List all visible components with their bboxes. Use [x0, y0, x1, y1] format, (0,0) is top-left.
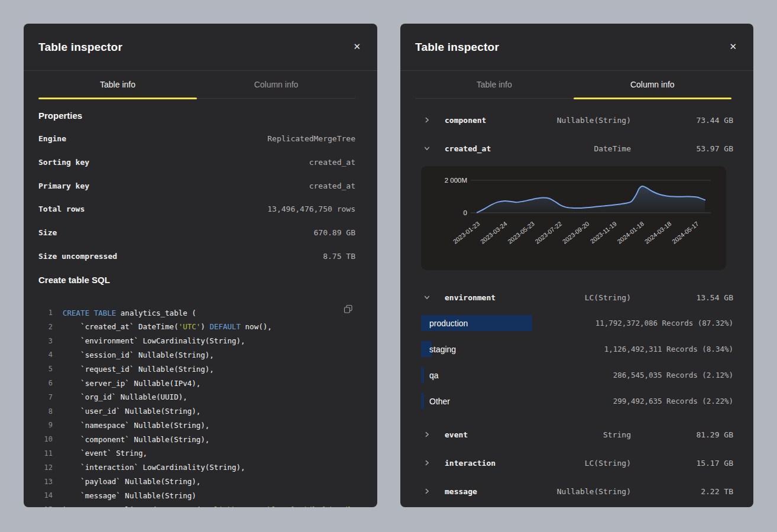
- sql-line: 5 `request_id` Nullable(String),: [38, 362, 355, 376]
- properties-list: EngineReplicatedMergeTreeSorting keycrea…: [38, 127, 355, 268]
- sql-line-number: 5: [38, 365, 53, 373]
- sql-code-text: `component` Nullable(String),: [63, 435, 209, 444]
- chevron-right-icon[interactable]: [424, 488, 438, 494]
- sql-line: 9 `namespace` Nullable(String),: [38, 419, 355, 433]
- column-row-component[interactable]: componentNullable(String)73.44 GB: [424, 106, 733, 134]
- env-value-records: 286,545,035 Records (2.12%): [613, 371, 733, 379]
- env-value-records: 299,492,635 Records (2.22%): [613, 397, 733, 406]
- column-name: message: [445, 487, 535, 496]
- axis-tick-label: 2023-11-19: [589, 220, 618, 245]
- sql-line-number: 4: [38, 351, 53, 359]
- axis-tick-label: 2 000M: [445, 177, 467, 184]
- created-at-chart-card: 2 000M02023-01-232023-03-242023-05-23202…: [421, 166, 726, 270]
- env-value-records: 11,792,372,086 Records (87.32%): [595, 319, 733, 327]
- column-row-event[interactable]: eventString81.29 GB: [424, 420, 733, 449]
- axis-tick-label: 2024-05-17: [671, 220, 700, 245]
- column-row-environment[interactable]: environmentLC(String)13.54 GB: [424, 283, 733, 312]
- sql-line: 7 `org_id` Nullable(UUID),: [38, 390, 355, 404]
- modal-title: Table inspector: [415, 41, 499, 54]
- sql-code-text: `created_at` DateTime('UTC') DEFAULT now…: [63, 322, 272, 331]
- sql-code-text: `org_id` Nullable(UUID),: [63, 392, 187, 401]
- property-row: EngineReplicatedMergeTree: [38, 127, 355, 151]
- environment-values-group: production11,792,372,086 Records (87.32%…: [424, 315, 733, 409]
- sql-code-text: `interaction` LowCardinality(String),: [63, 463, 245, 472]
- tab-column-info[interactable]: Column info: [574, 71, 732, 98]
- sql-code-text: `namespace` Nullable(String),: [63, 421, 209, 430]
- modal-header: Table inspector ✕: [24, 24, 377, 71]
- axis-tick-label: 2023-07-22: [533, 220, 563, 245]
- column-name: environment: [445, 293, 535, 302]
- sql-line: 11 `event` String,: [38, 446, 355, 460]
- column-size: 53.97 GB: [631, 144, 733, 153]
- env-value-label: production: [429, 319, 468, 328]
- property-value: created_at: [309, 181, 355, 190]
- column-row-interaction[interactable]: interactionLC(String)15.17 GB: [424, 449, 733, 477]
- sql-line: 6 `server_ip` Nullable(IPv4),: [38, 376, 355, 390]
- tab-table-info[interactable]: Table info: [415, 71, 574, 98]
- property-row: Sorting keycreated_at: [38, 151, 355, 174]
- table-inspector-modal-table-info: Table inspector ✕ Table info Column info…: [24, 24, 377, 507]
- column-size: 13.54 GB: [631, 293, 733, 302]
- sql-lines: 1CREATE TABLE analytics_table (2 `create…: [38, 306, 355, 507]
- axis-tick-label: 2024-03-18: [643, 220, 673, 245]
- close-icon[interactable]: ✕: [727, 40, 739, 54]
- create-table-sql-code: 1CREATE TABLE analytics_table (2 `create…: [38, 306, 355, 507]
- sql-code-text: `payload` Nullable(String),: [63, 477, 200, 486]
- copy-icon[interactable]: [342, 303, 354, 317]
- property-label: Engine: [38, 134, 66, 143]
- sql-line-number: 14: [38, 491, 53, 499]
- column-name: event: [445, 430, 535, 439]
- sql-line: 8 `user_id` Nullable(String),: [38, 404, 355, 419]
- tab-bar: Table info Column info: [38, 71, 355, 99]
- property-label: Sorting key: [38, 158, 89, 167]
- property-row: Size uncompressed8.75 TB: [38, 244, 355, 268]
- sql-line-number: 12: [38, 463, 53, 472]
- column-size: 2.22 TB: [631, 487, 733, 496]
- axis-tick-label: 2023-01-23: [452, 220, 481, 245]
- column-row-message[interactable]: messageNullable(String)2.22 TB: [424, 477, 733, 505]
- sql-code-text: `message` Nullable(String): [63, 491, 196, 500]
- chevron-down-icon[interactable]: [424, 145, 438, 151]
- column-type: LC(String): [535, 459, 631, 468]
- chevron-right-icon[interactable]: [424, 460, 438, 466]
- sql-line: 15) ENGINE = ReplicatedMergeTree('/click…: [38, 502, 355, 507]
- close-icon[interactable]: ✕: [351, 40, 363, 54]
- sql-code-text: `event` String,: [63, 449, 147, 458]
- tab-table-info[interactable]: Table info: [38, 71, 197, 98]
- sql-line: 10 `component` Nullable(String),: [38, 432, 355, 446]
- column-type: Nullable(String): [535, 116, 631, 125]
- sql-line: 13 `payload` Nullable(String),: [38, 475, 355, 489]
- chevron-right-icon[interactable]: [424, 117, 438, 123]
- sql-line-number: 2: [38, 323, 53, 331]
- env-value-bar: [421, 367, 424, 383]
- column-row-created_at[interactable]: created_atDateTime53.97 GB: [424, 134, 733, 163]
- env-value-row: qa286,545,035 Records (2.12%): [424, 367, 733, 383]
- create-table-sql-heading: Create table SQL: [38, 268, 355, 291]
- property-value: 13,496,476,750 rows: [267, 205, 355, 213]
- sql-line: 3 `environment` LowCardinality(String),: [38, 334, 355, 348]
- sql-line-number: 11: [38, 449, 53, 458]
- env-value-row: staging1,126,492,311 Records (8.34%): [424, 341, 733, 357]
- sql-line-number: 15: [38, 505, 53, 507]
- area-fill: [477, 186, 705, 213]
- sql-line-number: 13: [38, 478, 53, 486]
- column-size: 15.17 GB: [631, 459, 733, 468]
- chevron-down-icon[interactable]: [424, 294, 438, 300]
- property-label: Total rows: [38, 205, 85, 213]
- env-value-label: Other: [429, 397, 450, 406]
- column-type: DateTime: [535, 144, 631, 153]
- sql-code-text: `request_id` Nullable(String),: [63, 365, 214, 374]
- properties-heading: Properties: [38, 103, 355, 127]
- sql-line-number: 9: [38, 421, 53, 429]
- sql-code-text: `environment` LowCardinality(String),: [63, 336, 245, 345]
- tab-column-info[interactable]: Column info: [197, 71, 355, 98]
- property-label: Primary key: [38, 181, 89, 190]
- sql-line: 4 `session_id` Nullable(String),: [38, 348, 355, 362]
- property-row: Total rows13,496,476,750 rows: [38, 197, 355, 221]
- sql-line-number: 10: [38, 435, 53, 443]
- property-label: Size: [38, 228, 57, 237]
- column-name: created_at: [445, 144, 535, 153]
- chevron-right-icon[interactable]: [424, 432, 438, 437]
- sql-line: 12 `interaction` LowCardinality(String),: [38, 460, 355, 475]
- sql-line: 1CREATE TABLE analytics_table (: [38, 306, 355, 320]
